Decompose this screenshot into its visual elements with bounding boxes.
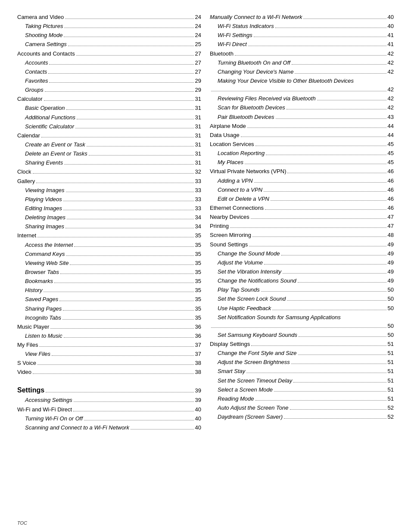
toc-dots — [272, 310, 386, 310]
toc-page: 31 — [195, 113, 201, 122]
toc-dots — [266, 155, 386, 155]
toc-dots — [264, 264, 386, 264]
toc-page: 49 — [388, 258, 394, 267]
toc-entry: Scanning and Connect to a Wi-Fi Network4… — [17, 423, 201, 432]
toc-label: Wi-Fi Settings — [218, 31, 252, 40]
toc-page: 42 — [388, 50, 394, 58]
toc-dots — [255, 400, 386, 401]
toc-entry: Ethernet Connections46 — [210, 204, 394, 212]
toc-label: Calculator — [17, 95, 43, 103]
toc-page: 29 — [195, 86, 201, 94]
toc-label: Gallery — [17, 177, 35, 186]
toc-label: Adjust the Screen Brightness — [218, 358, 290, 367]
toc-page: 46 — [388, 167, 394, 176]
toc-dots — [230, 227, 386, 228]
toc-page: 27 — [195, 68, 201, 76]
toc-dots — [50, 328, 193, 329]
toc-label: Sharing Events — [25, 159, 63, 167]
toc-page: 24 — [195, 13, 201, 22]
toc-label: Scanning and Connect to a Wi-Fi Network — [25, 423, 129, 432]
toc-entry: Nearby Devices47 — [210, 213, 394, 221]
toc-label: Scan for Bluetooth Devices — [218, 103, 285, 112]
toc-entry: Clock32 — [17, 168, 201, 176]
toc-page: 42 — [388, 94, 394, 103]
toc-dots — [211, 327, 386, 328]
section-gap — [17, 377, 201, 385]
toc-page: 34 — [195, 213, 201, 222]
toc-label: Data Usage — [210, 131, 240, 140]
toc-page: 35 — [195, 241, 201, 249]
toc-page: 42 — [388, 103, 394, 112]
toc-page: 31 — [195, 131, 201, 140]
toc-dots — [66, 255, 193, 256]
toc-label: Set Notification Sounds for Samsung Appl… — [218, 313, 341, 322]
toc-entry: Turning Wi-Fi On or Off40 — [17, 414, 201, 423]
toc-dots — [271, 200, 386, 201]
toc-page: 40 — [195, 423, 201, 432]
toc-entry: Contacts27 — [17, 68, 201, 76]
toc-label: Scientific Calculator — [25, 122, 74, 131]
toc-dots — [37, 364, 193, 365]
toc-label: Turning Bluetooth On and Off — [218, 59, 290, 67]
toc-label: Set the Vibration Intensity — [218, 268, 281, 276]
toc-dots — [44, 100, 194, 101]
left-column: Camera and Video24Taking Pictures24Shoot… — [17, 13, 210, 432]
toc-dots — [65, 228, 193, 228]
toc-dots — [65, 19, 193, 19]
toc-page: 31 — [195, 159, 201, 167]
toc-page: 46 — [388, 204, 394, 212]
toc-dots — [284, 418, 386, 419]
toc-entry: Daydream (Screen Saver)52 — [210, 413, 394, 421]
toc-dots — [274, 391, 386, 392]
toc-page: 45 — [388, 149, 394, 158]
toc-dots — [77, 119, 193, 119]
toc-entry: Video38 — [17, 368, 201, 376]
toc-dots — [246, 373, 386, 373]
toc-entry: Accounts and Contacts27 — [17, 50, 201, 58]
toc-entry: History35 — [17, 286, 201, 295]
toc-entry: Wi-Fi Status Indicators40 — [210, 22, 394, 31]
toc-entry: Change the Notifications Sound49 — [210, 277, 394, 285]
toc-dots — [89, 155, 194, 156]
toc-label: Printing — [210, 222, 229, 230]
toc-page: 51 — [388, 349, 394, 358]
toc-label: Viewing Web Site — [25, 259, 68, 268]
toc-label: Set Samsung Keyboard Sounds — [218, 331, 297, 339]
toc-page: 40 — [388, 13, 394, 22]
toc-page: 51 — [388, 367, 394, 376]
toc-page: 39 — [195, 386, 201, 395]
toc-page: 50 — [388, 331, 394, 339]
toc-dots — [52, 355, 194, 356]
toc-page: 39 — [195, 396, 201, 404]
toc-entry: Changing Your Device's Name42 — [210, 68, 394, 76]
toc-label: Reviewing Files Received via Bluetooth — [218, 94, 316, 103]
toc-dots — [74, 401, 194, 402]
toc-entry: Display Settings51 — [210, 340, 394, 348]
toc-dots — [265, 209, 386, 210]
toc-dots — [59, 301, 193, 301]
toc-page: 44 — [388, 122, 394, 131]
toc-dots — [287, 173, 386, 173]
toc-dots — [299, 336, 386, 337]
toc-entry: Accessing Settings39 — [17, 396, 201, 404]
toc-dots — [264, 191, 386, 192]
toc-dots — [41, 137, 194, 137]
toc-dots — [70, 264, 193, 265]
toc-dots — [283, 273, 386, 274]
toc-dots — [64, 337, 194, 338]
toc-label: Change the Font Style and Size — [218, 349, 297, 358]
toc-dots — [252, 236, 386, 237]
toc-entry: Use Haptic Feedback50 — [210, 304, 394, 313]
toc-dots — [44, 292, 193, 292]
toc-entry: Change the Font Style and Size51 — [210, 349, 394, 358]
toc-entry: Play Tap Sounds50 — [210, 286, 394, 294]
toc-label: Shooting Mode — [25, 31, 62, 40]
toc-page: 42 — [388, 85, 394, 94]
toc-label: Nearby Devices — [210, 213, 249, 221]
toc-page: 47 — [388, 213, 394, 221]
toc-dots — [64, 164, 193, 165]
toc-page: 36 — [195, 332, 201, 340]
toc-label: My Places — [218, 158, 243, 167]
toc-label: Settings — [17, 385, 44, 396]
toc-entry: Viewing Web Site35 — [17, 259, 201, 268]
